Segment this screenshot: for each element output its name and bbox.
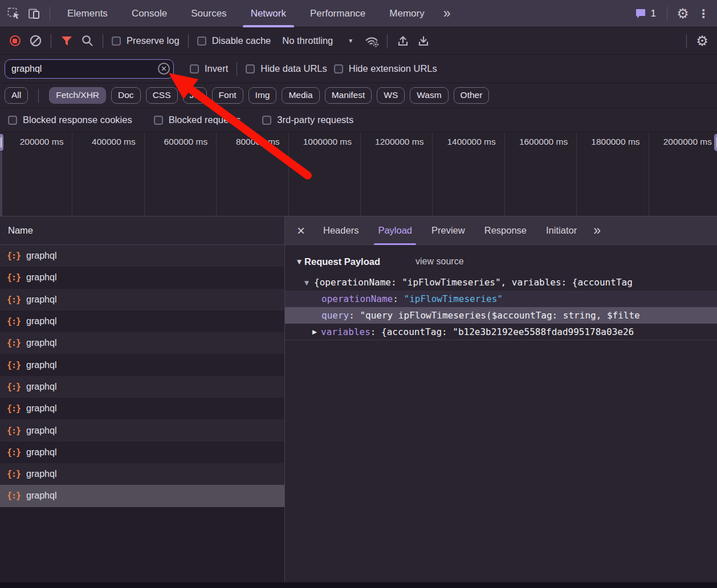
filter-funnel-icon[interactable] [56, 31, 77, 51]
request-row[interactable]: {:}graphql [0, 289, 284, 311]
chip-all[interactable]: All [5, 87, 28, 104]
chip-manifest[interactable]: Manifest [325, 87, 372, 104]
request-row[interactable]: {:}graphql [0, 398, 284, 419]
hide-data-urls-checkbox [246, 64, 255, 74]
detail-tab-preview[interactable]: Preview [422, 217, 475, 245]
chip-wasm[interactable]: Wasm [410, 87, 448, 104]
timeline-column: 600000 ms [144, 132, 216, 216]
chevron-down-icon: ▼ [348, 38, 353, 44]
inspect-element-icon[interactable] [3, 3, 24, 24]
chip-css[interactable]: CSS [146, 87, 178, 104]
request-row[interactable]: {:}graphql [0, 442, 284, 463]
chip-img[interactable]: Img [248, 87, 277, 104]
collapse-triangle-icon[interactable]: ▼ [304, 279, 309, 286]
json-braces-icon: {:} [7, 360, 21, 370]
throttling-dropdown[interactable]: No throttling ▼ [274, 35, 361, 46]
preserve-log-toggle[interactable]: Preserve log [108, 35, 183, 46]
request-row[interactable]: {:}graphql [0, 419, 284, 441]
timeline-label: 2000000 ms [663, 137, 712, 147]
chip-other[interactable]: Other [454, 87, 490, 104]
request-name: graphql [26, 295, 56, 305]
hide-data-urls-toggle[interactable]: Hide data URLs [242, 63, 330, 74]
import-har-icon[interactable] [393, 31, 413, 51]
kebab-menu-icon[interactable]: ⋮ [693, 3, 714, 24]
tab-memory[interactable]: Memory [377, 0, 436, 27]
chip-doc[interactable]: Doc [111, 87, 141, 104]
payload-variables-row[interactable]: ▶ variables: {accountTag: "b12e3b2192ee5… [285, 324, 717, 340]
json-braces-icon: {:} [7, 338, 21, 348]
more-detail-tabs-icon[interactable]: » [586, 224, 608, 237]
request-row[interactable]: {:}graphql [0, 354, 284, 375]
blocked-response-cookies-toggle[interactable]: Blocked response cookies [5, 115, 136, 125]
request-row[interactable]: {:}graphql [0, 485, 284, 507]
request-row[interactable]: {:}graphql [0, 245, 284, 267]
timeline-label: 1800000 ms [591, 137, 639, 147]
payload-query-row[interactable]: query: "query ipFlowTimeseries($accountT… [285, 307, 717, 324]
invert-toggle[interactable]: Invert [186, 63, 231, 74]
hide-extension-urls-toggle[interactable]: Hide extension URLs [331, 63, 441, 74]
chip-ws[interactable]: WS [377, 87, 405, 104]
network-conditions-icon[interactable] [361, 31, 382, 51]
tab-console[interactable]: Console [120, 0, 179, 27]
timeline-column: 1400000 ms [432, 132, 504, 216]
payload-value: "query ipFlowTimeseries($accountTag: str… [360, 310, 639, 321]
json-braces-icon: {:} [7, 469, 21, 479]
tab-sources[interactable]: Sources [179, 0, 238, 27]
device-toolbar-icon[interactable] [24, 3, 44, 24]
view-source-link[interactable]: view source [415, 256, 463, 267]
chip-font[interactable]: Font [212, 87, 243, 104]
chip-js[interactable]: JS [183, 87, 207, 104]
expand-triangle-icon[interactable]: ▶ [312, 328, 317, 335]
request-name: graphql [26, 403, 56, 414]
tab-performance[interactable]: Performance [298, 0, 377, 27]
name-column-header[interactable]: Name [0, 217, 284, 245]
invert-checkbox [190, 64, 199, 74]
disable-cache-toggle[interactable]: Disable cache [194, 35, 275, 46]
timeline-column: 1000000 ms [288, 132, 360, 216]
checkbox [154, 116, 163, 125]
more-tabs-icon[interactable]: » [437, 7, 458, 20]
record-button[interactable] [5, 31, 25, 51]
collapse-triangle-icon[interactable]: ▼ [297, 258, 302, 265]
request-row[interactable]: {:}graphql [0, 463, 284, 485]
payload-section-title: Request Payload [304, 256, 380, 267]
detail-tab-response[interactable]: Response [475, 217, 536, 245]
divider [103, 34, 103, 48]
clear-log-icon[interactable] [25, 31, 46, 51]
timeline-column: 800000 ms [216, 132, 288, 216]
tab-elements[interactable]: Elements [55, 0, 120, 27]
requests-panel: Name {:}graphql{:}graphql{:}graphql{:}gr… [0, 217, 285, 582]
network-settings-gear-icon[interactable]: ⚙ [692, 31, 712, 51]
detail-tab-payload[interactable]: Payload [368, 217, 422, 245]
json-braces-icon: {:} [7, 491, 21, 501]
payload-root-row[interactable]: ▼ {operationName: "ipFlowTimeseries", va… [285, 274, 717, 291]
divider [686, 34, 687, 48]
clear-filter-icon[interactable]: ✕ [158, 63, 170, 75]
timeline-column: 400000 ms [72, 132, 144, 216]
hide-data-urls-label: Hide data URLs [260, 63, 327, 74]
request-row[interactable]: {:}graphql [0, 311, 284, 332]
chip-fetch-xhr[interactable]: Fetch/XHR [49, 87, 106, 104]
settings-gear-icon[interactable]: ⚙ [673, 3, 693, 24]
request-row[interactable]: {:}graphql [0, 267, 284, 288]
chip-media[interactable]: Media [282, 87, 319, 104]
close-icon[interactable]: × [288, 224, 313, 238]
tab-network[interactable]: Network [239, 0, 298, 27]
payload-operation-row[interactable]: operationName: "ipFlowTimeseries" [285, 291, 717, 307]
detail-tab-initiator[interactable]: Initiator [536, 217, 586, 245]
request-row[interactable]: {:}graphql [0, 376, 284, 398]
blocked-requests-toggle[interactable]: Blocked requests [150, 115, 245, 125]
divider [38, 89, 39, 103]
export-har-icon[interactable] [413, 31, 434, 51]
filter-input[interactable] [5, 59, 174, 79]
detail-tab-headers[interactable]: Headers [313, 217, 368, 245]
3rd-party-requests-toggle[interactable]: 3rd-party requests [259, 115, 357, 125]
search-icon[interactable] [77, 31, 97, 51]
preserve-log-label: Preserve log [127, 35, 180, 46]
timeline-label: 1400000 ms [447, 137, 495, 147]
request-name: graphql [26, 338, 56, 348]
request-name: graphql [26, 251, 56, 261]
network-overview-timeline[interactable]: 200000 ms400000 ms600000 ms800000 ms1000… [0, 132, 717, 217]
request-row[interactable]: {:}graphql [0, 332, 284, 354]
issues-counter[interactable]: 1 [629, 7, 662, 20]
